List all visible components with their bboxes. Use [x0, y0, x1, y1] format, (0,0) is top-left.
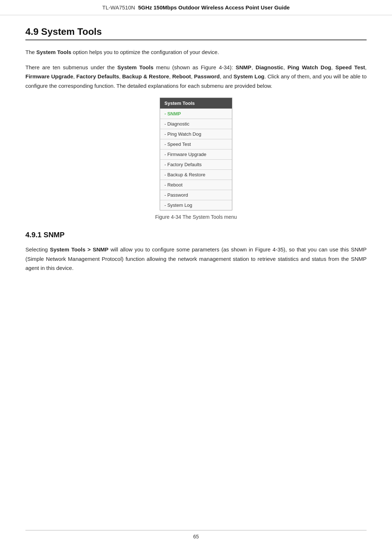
footer: 65 [25, 530, 367, 539]
menu-item-speed-test[interactable]: - Speed Test [160, 139, 232, 149]
menu-item-ping-watch-dog[interactable]: - Ping Watch Dog [160, 129, 232, 139]
header-bar: TL-WA7510N 5GHz 150Mbps Outdoor Wireless… [0, 0, 392, 15]
page-wrapper: TL-WA7510N 5GHz 150Mbps Outdoor Wireless… [0, 0, 392, 554]
intro-paragraph: The System Tools option helps you to opt… [25, 48, 367, 57]
page-number: 65 [193, 534, 199, 539]
menu-item-backup-restore[interactable]: - Backup & Restore [160, 169, 232, 180]
figure-caption: Figure 4-34 The System Tools menu [155, 214, 237, 220]
content-area: 4.9 System Tools The System Tools option… [0, 15, 392, 300]
menu-item-factory-defaults[interactable]: - Factory Defaults [160, 159, 232, 169]
subsection-paragraph: Selecting System Tools > SNMP will allow… [25, 245, 367, 273]
menu-item-reboot[interactable]: - Reboot [160, 180, 232, 190]
menu-item-firmware-upgrade[interactable]: - Firmware Upgrade [160, 149, 232, 159]
menu-item-diagnostic[interactable]: - Diagnostic [160, 119, 232, 129]
header-title: 5GHz 150Mbps Outdoor Wireless Access Poi… [138, 4, 290, 11]
menu-header: System Tools [160, 98, 232, 108]
detail-paragraph: There are ten submenus under the System … [25, 63, 367, 91]
menu-box: System Tools - SNMP - Diagnostic - Ping … [160, 98, 232, 210]
menu-item-password[interactable]: - Password [160, 190, 232, 200]
header-model: TL-WA7510N [102, 4, 135, 11]
subsection-heading: 4.9.1 SNMP [25, 231, 367, 239]
figure-container: System Tools - SNMP - Diagnostic - Ping … [25, 98, 367, 220]
header-separator [135, 4, 138, 11]
menu-item-snmp[interactable]: - SNMP [160, 108, 232, 119]
menu-item-system-log[interactable]: - System Log [160, 200, 232, 210]
section-heading: 4.9 System Tools [25, 26, 367, 40]
